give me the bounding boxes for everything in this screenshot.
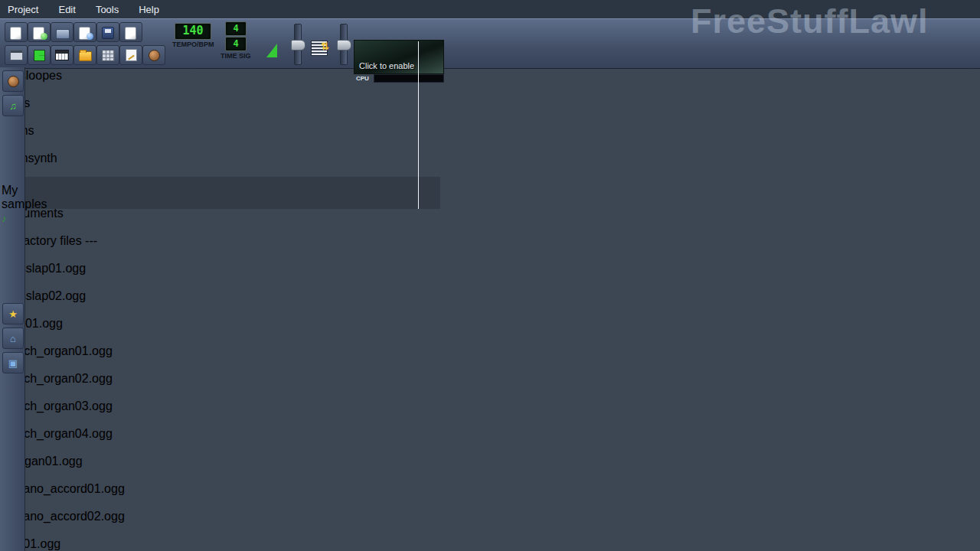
export-project-button[interactable] xyxy=(51,22,74,42)
tempo-label: TEMPO/BPM xyxy=(172,41,214,48)
project-notes-button[interactable] xyxy=(119,45,142,65)
master-volume-slider[interactable] xyxy=(294,24,302,65)
sidebar-tab-instruments[interactable] xyxy=(2,70,24,92)
file-note-icon: ♪ xyxy=(0,248,980,262)
menu-tools[interactable]: Tools xyxy=(96,4,119,15)
watermark-text: FreeStuffLawl xyxy=(691,2,929,41)
controller-knob-icon xyxy=(149,50,160,61)
master-pitch-slider[interactable] xyxy=(340,24,348,65)
timesig-label: TIME SIG xyxy=(220,52,251,60)
controller-rack-button[interactable] xyxy=(142,45,165,65)
file-note-icon: ♪ xyxy=(0,413,980,427)
menu-edit[interactable]: Edit xyxy=(58,4,75,15)
song-empty-area xyxy=(1,177,440,209)
sidebar-tab-home[interactable]: ⌂ xyxy=(2,328,24,349)
tree-file[interactable]: ♪bassslap01.ogg xyxy=(0,248,980,276)
expander-icon[interactable]: + xyxy=(0,110,980,124)
tempo-display[interactable]: 140 xyxy=(175,23,211,40)
toggle-automation-editor-button[interactable] xyxy=(74,45,96,65)
cpu-label: CPU xyxy=(356,75,369,82)
my-samples-tab-label: My samples xyxy=(2,184,24,211)
menu-help[interactable]: Help xyxy=(139,4,159,15)
my-samples-panel: ♪ My samples +basses+bassloopes+beats+dr… xyxy=(0,0,980,551)
toggle-bb-editor-button[interactable] xyxy=(28,45,51,65)
mixer-grid-icon xyxy=(102,50,115,61)
tree-file[interactable]: ♪bassslap02.ogg xyxy=(0,276,980,303)
file-note-icon: ♪ xyxy=(0,386,980,399)
save-project-button[interactable] xyxy=(96,22,119,42)
file-note-icon: ♪ xyxy=(0,441,980,455)
recently-opened-button[interactable] xyxy=(74,22,96,42)
toggle-song-editor-button[interactable] xyxy=(5,45,28,65)
bb-resize-grip[interactable] xyxy=(963,534,975,546)
printer-icon xyxy=(56,29,70,39)
projects-icon: ♫ xyxy=(9,100,17,112)
redo-arrow-icon xyxy=(87,33,93,40)
pitch-slider-knob[interactable] xyxy=(337,40,351,51)
file-note-icon: ♪ xyxy=(0,523,980,537)
tree-file[interactable]: ♪flute01.ogg xyxy=(0,523,980,551)
expander-icon[interactable]: + xyxy=(0,83,980,96)
folder-icon xyxy=(79,51,92,61)
visualizer-text: Click to enable xyxy=(359,61,414,70)
file-note-icon: ♪ xyxy=(0,496,980,510)
file-note-icon: ♪ xyxy=(0,220,980,234)
amp-knob-drive[interactable] xyxy=(70,86,90,105)
samples-tree: +basses+bassloopes+beats+drums+drumsynth… xyxy=(0,28,980,551)
tree-file[interactable]: ♪e_piano_accord01.ogg xyxy=(0,468,980,496)
samples-note-icon: ♪ xyxy=(2,213,7,224)
window-icon xyxy=(10,50,23,60)
menu-project[interactable]: Project xyxy=(8,4,38,15)
playhead-line xyxy=(418,41,419,209)
presets-star-icon: ★ xyxy=(8,308,18,320)
file-note-icon: ♪ xyxy=(0,358,980,372)
toggle-fx-mixer-button[interactable] xyxy=(96,45,119,65)
expander-icon[interactable]: + xyxy=(0,138,980,152)
volume-slider-knob[interactable] xyxy=(291,40,305,51)
open-project-button[interactable] xyxy=(28,22,51,42)
toggle-piano-roll-button[interactable] xyxy=(51,45,74,65)
sidebar-tab-my-samples[interactable]: My samples ♪ xyxy=(2,184,24,298)
file-note-icon: ♪ xyxy=(0,468,980,482)
export-button[interactable] xyxy=(119,22,142,42)
piano-icon xyxy=(55,50,69,60)
output-visualizer[interactable]: Click to enable xyxy=(354,40,444,74)
sidebar-tab-presets[interactable]: ★ xyxy=(2,303,24,324)
master-volume-icon xyxy=(266,44,277,57)
tree-folder-drumsynth[interactable]: +drumsynth xyxy=(0,138,980,165)
tree-file[interactable]: ♪church_organ02.ogg xyxy=(0,358,980,386)
sidebar-tab-computer[interactable]: ▣ xyxy=(2,352,24,373)
timesig-numerator[interactable]: 4 xyxy=(225,21,247,36)
sidebar-tab-projects[interactable]: ♫ xyxy=(2,95,24,116)
amp-select-led[interactable] xyxy=(55,90,64,99)
notepad-icon xyxy=(126,49,137,61)
open-arrow-icon xyxy=(41,33,47,40)
amp-knob-drive[interactable] xyxy=(37,86,56,105)
file-note-icon: ♪ xyxy=(0,331,980,344)
tree-folder-beats[interactable]: +beats xyxy=(0,83,980,110)
tree-file[interactable]: ♪church_organ04.ogg xyxy=(0,413,980,441)
tree-file[interactable]: ♪cello01.ogg xyxy=(0,303,980,331)
cpu-meter xyxy=(374,74,444,83)
master-pitch-icon xyxy=(311,41,328,56)
tree-folder-drums[interactable]: +drums xyxy=(0,110,980,138)
new-project-button[interactable] xyxy=(5,22,28,42)
file-note-icon: ♪ xyxy=(0,303,980,317)
instruments-icon xyxy=(8,76,19,87)
tree-file[interactable]: ♪e_organ01.ogg xyxy=(0,441,980,468)
tree-file[interactable]: ♪church_organ03.ogg xyxy=(0,386,980,413)
home-icon: ⌂ xyxy=(10,333,16,344)
file-note-icon: ♪ xyxy=(0,276,980,289)
bb-grid-icon xyxy=(34,50,45,61)
tree-file[interactable]: ♪church_organ01.ogg xyxy=(0,331,980,358)
timesig-denominator[interactable]: 4 xyxy=(225,37,247,51)
lmms-app: ProjectEditToolsHelp 140 TEMPO/BPM 4 4 T… xyxy=(0,0,980,551)
sidebar-strip: ♫ My samples ♪ ★ ⌂ ▣ xyxy=(0,67,25,551)
tree-file[interactable]: ♪--- Factory files --- xyxy=(0,220,980,248)
tree-file[interactable]: ♪e_piano_accord02.ogg xyxy=(0,496,980,523)
computer-icon: ▣ xyxy=(8,357,18,369)
floppy-icon xyxy=(102,27,114,39)
